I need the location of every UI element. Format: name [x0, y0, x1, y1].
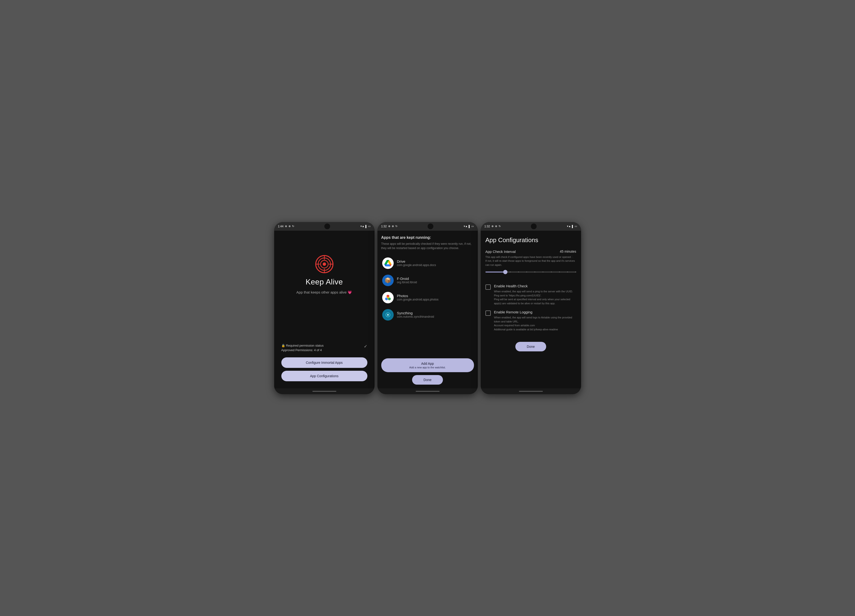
signal-icon-2: ▌ [469, 225, 470, 228]
wifi-icon-3: ▾▲ [567, 225, 571, 228]
time-2: 1:32 [381, 225, 387, 228]
app-logo [315, 254, 334, 274]
nav-pill-1 [313, 391, 336, 392]
nav-pill-3 [519, 391, 543, 392]
permission-line2: Approved Permissions: 4 of 4 [281, 348, 324, 352]
status-bar-right-2: ▾▲ ▌ ▭ [464, 225, 474, 228]
photos-app-package: com.google.android.apps.photos [397, 298, 438, 301]
apps-section-desc: These apps will be periodically checked … [381, 242, 474, 250]
nav-bar-2 [377, 388, 478, 394]
status-bar-left-2: 1:32 ⊕ ⊗ ↻ [381, 225, 397, 228]
remote-logging-checkbox[interactable] [486, 311, 491, 316]
health-check-info: Enable Health Check When enabled, the ap… [494, 284, 576, 305]
battery-icon-1: ▭ [368, 225, 371, 228]
slider-filled [486, 271, 506, 273]
status-bar-2: 1:32 ⊕ ⊗ ↻ ▾▲ ▌ ▭ [377, 222, 478, 231]
list-item: 📦 F-Droid org.fdroid.fdroid [381, 272, 474, 288]
slider-dot [526, 271, 527, 272]
syncthing-app-name: Syncthing [397, 311, 434, 315]
phone-screen-2: 1:32 ⊕ ⊗ ↻ ▾▲ ▌ ▭ Apps that are kept run… [377, 222, 478, 394]
config-done-button[interactable]: Done [515, 342, 546, 351]
remote-logging-section: Enable Remote Logging When enabled, the … [486, 310, 576, 331]
drive-app-package: com.google.android.apps.docs [397, 264, 436, 267]
check-interval-row: App Check Interval 45 minutes [486, 250, 576, 254]
add-app-label: Add App [421, 362, 434, 365]
remote-logging-label: Enable Remote Logging [494, 310, 576, 314]
list-item: Photos com.google.android.apps.photos [381, 290, 474, 306]
cast-icon-2: ⊗ [392, 225, 394, 228]
phone-screen-1: 1:44 ⊕ ⊗ ↻ ▾▲ ▌ ▭ [274, 222, 375, 394]
camera-notch-2 [428, 224, 434, 229]
signal-icon-3: ▌ [572, 225, 574, 228]
refresh-icon-2: ↻ [395, 225, 397, 228]
status-bar-right-3: ▾▲ ▌ ▭ [567, 225, 577, 228]
keepalive-logo-svg [315, 254, 334, 274]
drive-app-icon [382, 257, 394, 269]
photos-logo-svg [385, 294, 392, 301]
check-interval-desc: This app will check if configured apps h… [486, 255, 576, 267]
nav-bar-1 [274, 388, 375, 394]
photos-app-name: Photos [397, 294, 438, 298]
status-bar-3: 1:32 ⊕ ⊗ ↻ ▾▲ ▌ ▭ [481, 222, 581, 231]
check-interval-value: 45 minutes [560, 250, 576, 253]
apps-section-title: Apps that are kept running: [381, 236, 474, 240]
fdroid-app-icon: 📦 [382, 275, 394, 286]
slider-track [486, 271, 576, 273]
nav-bar-3 [481, 388, 581, 394]
location-icon: ⊕ [285, 225, 287, 228]
list-item: Syncthing com.nutomic.syncthinandroid [381, 307, 474, 323]
fdroid-app-info: F-Droid org.fdroid.fdroid [397, 277, 417, 284]
status-bar-right-1: ▾▲ ▌ ▭ [360, 225, 371, 228]
list-item: Drive com.google.android.apps.docs [381, 255, 474, 271]
lock-emoji: 🔒 [281, 344, 285, 347]
apps-screen: Apps that are kept running: These apps w… [377, 231, 478, 388]
config-screen: App Configurations App Check Interval 45… [481, 231, 581, 388]
nav-pill-2 [416, 391, 440, 392]
camera-notch-1 [324, 224, 330, 229]
add-app-button[interactable]: Add App Add a new app to the watchlist. [381, 358, 474, 372]
wifi-icon-1: ▾▲ [360, 225, 365, 228]
configure-immortal-button[interactable]: Configure Immortal Apps [281, 357, 368, 368]
drive-app-info: Drive com.google.android.apps.docs [397, 259, 436, 267]
health-check-label: Enable Health Check [494, 284, 576, 288]
battery-icon-2: ▭ [471, 225, 474, 228]
app-title: Keep Alive [305, 277, 343, 287]
status-bar-left-1: 1:44 ⊕ ⊗ ↻ [278, 225, 294, 228]
time-1: 1:44 [278, 225, 283, 228]
slider-dot [510, 271, 510, 272]
signal-icon-1: ▌ [365, 225, 368, 228]
time-3: 1:32 [484, 225, 490, 228]
slider-dot [567, 271, 568, 272]
slider-dot [559, 271, 560, 272]
permission-row: 🔒 Required permission status Approved Pe… [281, 343, 368, 352]
slider-dot [518, 271, 519, 272]
config-page-title: App Configurations [486, 236, 576, 244]
status-bar-left-3: 1:32 ⊕ ⊗ ↻ [484, 225, 501, 228]
apps-done-button[interactable]: Done [412, 375, 443, 385]
location-icon-2: ⊕ [388, 225, 390, 228]
slider-dot [542, 271, 543, 272]
app-configurations-button[interactable]: App Configurations [281, 371, 368, 381]
drive-app-name: Drive [397, 259, 436, 264]
location-icon-3: ⊕ [492, 225, 493, 228]
check-interval-label: App Check Interval [486, 250, 516, 254]
logo-section: Keep Alive App that keeps other apps ali… [296, 254, 352, 294]
bottom-section: 🔒 Required permission status Approved Pe… [281, 343, 368, 381]
app-subtitle: App that keeps other apps alive 💗 [296, 290, 352, 294]
cast-icon: ⊗ [288, 225, 291, 228]
syncthing-app-package: com.nutomic.syncthinandroid [397, 315, 434, 319]
home-screen: Keep Alive App that keeps other apps ali… [274, 231, 375, 388]
health-check-checkbox[interactable] [486, 285, 491, 290]
config-done-btn-container: Done [486, 339, 576, 351]
checkmark-icon: ✓ [364, 344, 368, 349]
check-interval-section: App Check Interval 45 minutes This app w… [486, 250, 576, 279]
slider-dot [575, 271, 576, 272]
permission-label: Required permission status [286, 344, 324, 347]
svg-point-3 [323, 262, 326, 266]
battery-icon-3: ▭ [575, 225, 577, 228]
status-bar-1: 1:44 ⊕ ⊗ ↻ ▾▲ ▌ ▭ [274, 222, 375, 231]
drive-logo-svg [385, 260, 392, 267]
interval-slider-container[interactable] [486, 270, 576, 274]
slider-thumb[interactable] [503, 270, 507, 274]
add-app-sublabel: Add a new app to the watchlist. [387, 366, 468, 369]
